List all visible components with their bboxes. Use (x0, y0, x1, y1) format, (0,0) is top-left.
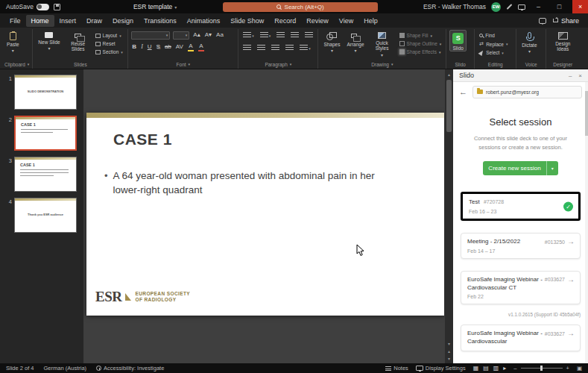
menu-transitions[interactable]: Transitions (139, 15, 182, 27)
menu-help[interactable]: Help (358, 15, 383, 27)
change-case-button[interactable]: Aa (215, 32, 224, 38)
bold-button[interactable]: B (131, 44, 137, 50)
paste-button[interactable]: Paste ▾ (4, 30, 22, 54)
create-new-session-button[interactable]: Create new session ▾ (483, 161, 557, 175)
reading-view-button[interactable]: ▥ (493, 365, 499, 372)
quick-styles-button[interactable]: Quick Styles ▾ (369, 30, 396, 58)
chevron-down-icon[interactable]: ▾ (546, 161, 558, 175)
accessibility-status[interactable]: Accessibility: Investigate (96, 365, 164, 372)
menu-record[interactable]: Record (269, 15, 301, 27)
slide-body-text[interactable]: • A 64 year-old woman presented with abd… (104, 169, 399, 198)
find-button[interactable]: Find (478, 32, 509, 39)
dictate-button[interactable]: Dictate ▾ (519, 30, 539, 54)
toggle-switch-icon[interactable] (37, 4, 49, 10)
autosave-toggle[interactable]: AutoSave (6, 3, 49, 10)
slide-canvas[interactable]: CASE 1 • A 64 year-old woman presented w… (83, 69, 453, 363)
shape-effects-button[interactable]: Shape Effects▾ (398, 48, 443, 55)
decrease-font-button[interactable]: A▾ (204, 32, 212, 38)
document-title[interactable]: ESR template ▾ (133, 3, 177, 10)
notes-toggle[interactable]: Notes (385, 365, 408, 372)
scroll-down-icon[interactable]: ▾ (448, 340, 450, 347)
numbering-button[interactable]: ▾ (259, 31, 273, 39)
user-name[interactable]: ESR - Walker Thomas (423, 3, 486, 10)
text-shadow-button[interactable]: S (156, 44, 161, 50)
menu-animations[interactable]: Animations (182, 15, 226, 27)
menu-slide-show[interactable]: Slide Show (225, 15, 269, 27)
monitor-icon[interactable] (518, 4, 525, 10)
menu-insert[interactable]: Insert (54, 15, 82, 27)
panel-minimize-icon[interactable]: – (569, 72, 572, 79)
slide-indicator[interactable]: Slide 2 of 4 (6, 365, 34, 372)
arrange-button[interactable]: Arrange ▾ (344, 30, 366, 54)
display-settings-button[interactable]: Display Settings (416, 365, 466, 372)
panel-close-icon[interactable]: × (578, 72, 582, 79)
bullets-button[interactable]: ▾ (241, 31, 256, 39)
slido-button[interactable]: S Slido (449, 30, 467, 51)
open-session-arrow-icon[interactable]: → (567, 276, 575, 283)
session-card-eurosafe-2[interactable]: EuroSafe Imaging Webinar - Cardiovascula… (461, 325, 581, 351)
bullet-text[interactable]: A 64 year-old woman presented with abdom… (113, 169, 399, 198)
highlight-color-button[interactable]: A (187, 43, 195, 51)
indent-decrease-button[interactable] (275, 31, 286, 39)
previous-slide-button[interactable]: ▴ (448, 348, 450, 354)
current-slide[interactable]: CASE 1 • A 64 year-old woman presented w… (86, 113, 444, 316)
zoom-slider-knob[interactable] (540, 366, 543, 371)
zoom-in-button[interactable]: + (566, 365, 569, 372)
back-arrow-icon[interactable]: ← (459, 87, 467, 96)
thumbnail-slide-1[interactable]: 1 SLIDO DEMONSTRATION (0, 75, 80, 110)
avatar[interactable]: EW (491, 2, 501, 12)
normal-view-button[interactable]: ▦ (473, 365, 479, 372)
dialog-launcher-icon[interactable]: ▾ (28, 62, 30, 66)
menu-review[interactable]: Review (301, 15, 334, 27)
font-color-button[interactable]: A (197, 43, 205, 51)
reuse-slides-button[interactable]: Reuse Slides (65, 30, 92, 52)
align-center-button[interactable] (256, 44, 267, 51)
slide-sorter-button[interactable]: ▤ (483, 365, 489, 372)
language-indicator[interactable]: German (Austria) (44, 365, 87, 372)
line-spacing-button[interactable] (303, 31, 314, 39)
menu-draw[interactable]: Draw (81, 15, 107, 27)
session-card-eurosafe-1[interactable]: EuroSafe Imaging Webinar - Cardiovascula… (461, 271, 581, 305)
fit-slide-button[interactable]: ▣ (577, 365, 582, 372)
panel-scrollbar[interactable] (585, 82, 588, 363)
font-size-select[interactable]: ▾ (173, 31, 189, 40)
justify-button[interactable] (284, 44, 295, 51)
minimize-button[interactable]: – (531, 0, 546, 13)
session-card-meeting[interactable]: Meeting - 2/15/2022 Feb 14 – 17 #013250 … (461, 233, 581, 259)
indent-increase-button[interactable] (289, 31, 300, 39)
reset-button[interactable]: Reset (94, 40, 124, 47)
menu-file[interactable]: File (4, 15, 26, 27)
zoom-out-button[interactable]: – (513, 365, 516, 372)
next-slide-button[interactable]: ▾ (448, 355, 450, 362)
menu-design[interactable]: Design (107, 15, 139, 27)
scrollbar-thumb[interactable] (446, 80, 452, 132)
increase-font-button[interactable]: A▴ (192, 32, 200, 38)
layout-button[interactable]: Layout▾ (94, 32, 124, 39)
thumbnail-preview[interactable]: Thank you ESR audience (14, 198, 77, 233)
zoom-slider[interactable] (521, 368, 563, 369)
account-selector[interactable]: robert.punz@myesr.org (472, 86, 582, 98)
shape-outline-button[interactable]: Shape Outline▾ (398, 40, 443, 47)
session-card-test[interactable]: Test #720728 Feb 16 – 23 ✓ (461, 192, 581, 221)
slide-scrollbar[interactable]: ▴ ▾ ▴ ▾ (445, 69, 453, 363)
replace-button[interactable]: ⇄Replace▾ (478, 40, 509, 48)
dialog-launcher-icon[interactable]: ▾ (189, 62, 191, 66)
scroll-up-icon[interactable]: ▴ (448, 71, 450, 78)
slideshow-button[interactable]: ▸ (503, 365, 506, 372)
design-ideas-button[interactable]: Design Ideas (549, 30, 576, 52)
thumbnail-slide-4[interactable]: 4 Thank you ESR audience (0, 198, 80, 233)
align-right-button[interactable] (270, 44, 281, 51)
strikethrough-button[interactable]: ab (164, 44, 172, 50)
menu-view[interactable]: View (334, 15, 358, 27)
section-button[interactable]: Section▾ (94, 48, 124, 55)
shapes-button[interactable]: Shapes ▾ (321, 30, 342, 54)
comments-icon[interactable] (539, 18, 546, 24)
zoom-control[interactable]: – + (513, 365, 569, 372)
create-button-label[interactable]: Create new session (483, 161, 546, 175)
select-button[interactable]: Select▾ (478, 49, 509, 56)
esr-logo[interactable]: ESR EUROPEAN SOCIETY OF RADIOLOGY (95, 289, 190, 305)
thumbnail-preview[interactable]: SLIDO DEMONSTRATION (14, 75, 77, 110)
slide-title[interactable]: CASE 1 (113, 131, 172, 148)
restore-button[interactable]: □ (551, 0, 567, 13)
align-left-button[interactable] (241, 44, 253, 51)
